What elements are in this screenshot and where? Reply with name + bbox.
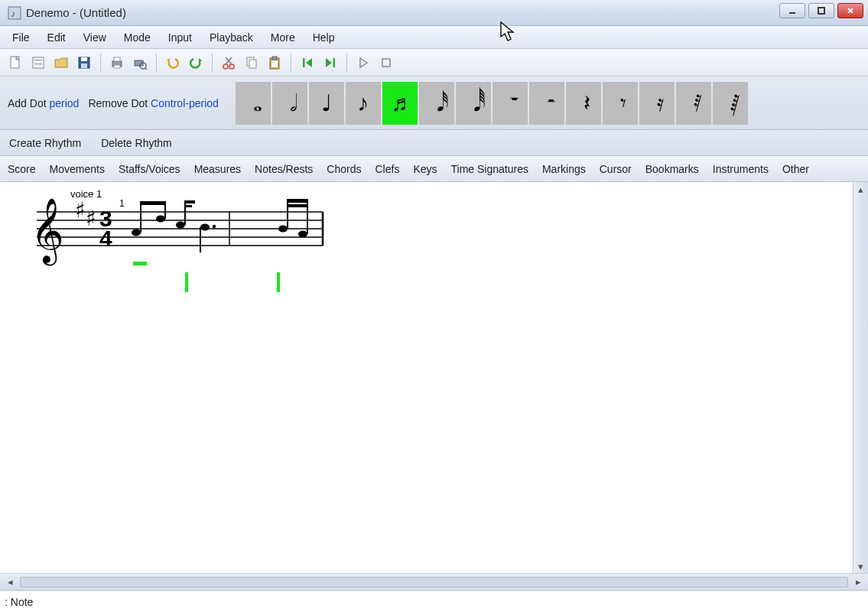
svg-point-47 — [213, 225, 216, 229]
svg-rect-28 — [382, 59, 390, 67]
new-file-icon[interactable] — [6, 54, 24, 72]
paste-icon[interactable] — [265, 54, 284, 72]
open-template-icon[interactable] — [29, 54, 47, 72]
window-controls — [778, 3, 865, 18]
svg-text:♪: ♪ — [11, 8, 15, 19]
duration-quarter-rest[interactable]: 𝄽 — [566, 82, 601, 125]
svg-point-37 — [156, 216, 165, 223]
duration-palette: Add Dot period Remove Dot Control-period… — [0, 76, 868, 130]
sharp-icon: ♯ — [75, 198, 86, 222]
add-dot-button[interactable]: Add Dot period — [8, 97, 79, 109]
print-icon[interactable] — [108, 54, 126, 72]
time-denominator: 4 — [99, 226, 112, 251]
play-icon[interactable] — [354, 54, 372, 72]
duration-thirtysecond-rest[interactable]: 𝅀 — [676, 82, 711, 125]
tab-time-signatures[interactable]: Time Signatures — [451, 163, 528, 175]
duration-whole-rest[interactable]: 𝄻 — [493, 82, 528, 125]
scroll-down-icon[interactable]: ▾ — [853, 559, 868, 573]
tab-instruments[interactable]: Instruments — [713, 163, 769, 175]
tab-clefs[interactable]: Clefs — [375, 163, 399, 175]
score-canvas[interactable]: voice 1 1 𝄞 ♯ ♯ 3 4 — [0, 182, 853, 573]
stop-icon[interactable] — [377, 54, 395, 72]
tab-notes-rests[interactable]: Notes/Rests — [255, 163, 313, 175]
svg-rect-3 — [818, 8, 824, 14]
duration-sixtyfourth-note[interactable]: 𝅘𝅥𝅱 — [456, 82, 491, 125]
tab-cursor[interactable]: Cursor — [600, 163, 632, 175]
duration-whole-note[interactable]: 𝅝 — [236, 82, 271, 125]
copy-icon[interactable] — [242, 54, 261, 72]
svg-rect-54 — [287, 199, 308, 203]
svg-rect-13 — [114, 65, 120, 68]
go-end-icon[interactable] — [321, 54, 340, 72]
print-preview-icon[interactable] — [131, 54, 149, 72]
undo-icon[interactable] — [164, 54, 182, 72]
svg-rect-24 — [272, 57, 277, 60]
duration-half-note[interactable]: 𝅗𝅥 — [272, 82, 307, 125]
close-button[interactable] — [837, 3, 863, 18]
svg-rect-45 — [184, 205, 192, 207]
svg-rect-22 — [249, 60, 256, 68]
svg-rect-41 — [133, 262, 147, 265]
duration-sixteenth-note[interactable]: ♬ — [382, 82, 418, 125]
tab-chords[interactable]: Chords — [327, 163, 361, 175]
svg-point-36 — [132, 230, 141, 236]
tab-bookmarks[interactable]: Bookmarks — [645, 163, 699, 175]
save-icon[interactable] — [75, 54, 93, 72]
svg-rect-7 — [34, 63, 42, 65]
horizontal-scrollbar[interactable]: ◂ ▸ — [0, 574, 868, 591]
tab-markings[interactable]: Markings — [542, 163, 586, 175]
menu-view[interactable]: View — [76, 28, 114, 47]
remove-dot-button[interactable]: Remove Dot Control-period — [88, 97, 218, 109]
go-start-icon[interactable] — [298, 54, 317, 72]
tab-score[interactable]: Score — [8, 163, 36, 175]
menu-edit[interactable]: Edit — [40, 28, 73, 47]
svg-rect-9 — [81, 57, 87, 61]
svg-rect-44 — [184, 200, 195, 203]
tab-other[interactable]: Other — [782, 163, 809, 175]
duration-quarter-note[interactable]: ♩ — [309, 82, 344, 125]
delete-rhythm-button[interactable]: Delete Rhythm — [101, 137, 172, 149]
svg-rect-10 — [81, 63, 87, 68]
maximize-button[interactable] — [808, 3, 834, 18]
tab-staffs-voices[interactable]: Staffs/Voices — [119, 163, 180, 175]
menu-input[interactable]: Input — [161, 28, 200, 47]
duration-sixteenth-rest[interactable]: 𝄿 — [639, 82, 675, 125]
open-folder-icon[interactable] — [52, 54, 70, 72]
svg-rect-56 — [277, 272, 280, 292]
tab-movements[interactable]: Movements — [50, 163, 105, 175]
menu-help[interactable]: Help — [305, 28, 343, 47]
add-dot-label: Add Dot — [8, 97, 47, 109]
duration-eighth-note[interactable]: ♪ — [346, 82, 381, 125]
menu-file[interactable]: File — [5, 28, 37, 47]
cut-icon[interactable] — [219, 54, 238, 72]
duration-eighth-rest[interactable]: 𝄾 — [603, 82, 638, 125]
scroll-up-icon[interactable]: ▴ — [853, 182, 868, 196]
svg-rect-25 — [271, 60, 278, 67]
duration-sixtyfourth-rest[interactable]: 𝅁 — [713, 82, 748, 125]
svg-line-16 — [145, 68, 147, 70]
measure-number: 1 — [119, 198, 125, 209]
tab-row: ScoreMovementsStaffs/VoicesMeasuresNotes… — [0, 156, 868, 182]
svg-rect-2 — [789, 12, 795, 14]
rhythm-row: Create Rhythm Delete Rhythm — [0, 130, 868, 156]
vertical-scrollbar[interactable]: ▴ ▾ — [853, 182, 868, 573]
remove-dot-shortcut: Control-period — [151, 97, 219, 109]
remove-dot-label: Remove Dot — [88, 97, 148, 109]
menu-mode[interactable]: Mode — [116, 28, 158, 47]
toolbar-separator — [291, 54, 291, 72]
svg-rect-49 — [185, 272, 188, 292]
scroll-right-icon[interactable]: ▸ — [851, 576, 865, 588]
menu-more[interactable]: More — [263, 28, 303, 47]
sharp-icon: ♯ — [86, 207, 96, 230]
tab-keys[interactable]: Keys — [413, 163, 437, 175]
duration-half-rest[interactable]: 𝄼 — [529, 82, 564, 125]
svg-point-17 — [223, 64, 228, 69]
duration-thirtysecond-note[interactable]: 𝅘𝅥𝅰 — [419, 82, 454, 125]
create-rhythm-button[interactable]: Create Rhythm — [9, 137, 81, 149]
minimize-button[interactable] — [779, 3, 805, 18]
svg-point-51 — [298, 231, 307, 238]
scroll-left-icon[interactable]: ◂ — [3, 576, 17, 588]
menu-playback[interactable]: Playback — [202, 28, 261, 47]
redo-icon[interactable] — [187, 54, 205, 72]
tab-measures[interactable]: Measures — [194, 163, 241, 175]
